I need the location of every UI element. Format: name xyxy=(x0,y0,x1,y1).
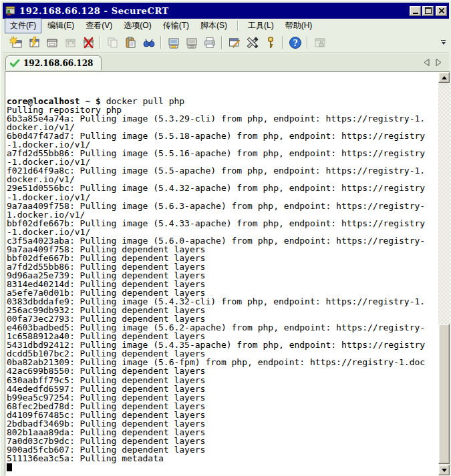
toolbar-separator xyxy=(100,36,101,49)
toolbar-separator xyxy=(282,36,283,49)
toolbar-separator xyxy=(160,36,162,49)
scroll-down-button[interactable] xyxy=(438,465,450,475)
connected-check-icon xyxy=(10,59,20,67)
copy-icon[interactable] xyxy=(104,35,121,51)
terminal-cursor xyxy=(7,463,12,471)
close-icon xyxy=(439,8,444,13)
toolbar-overflow-icon xyxy=(441,40,446,41)
tab-scroll-right-button[interactable] xyxy=(434,57,444,67)
tabbar: 192.168.66.128 xyxy=(3,53,449,71)
menubar: 文件(F) 编辑(E) 查看(V) 选项(O) 传输(T) 脚本(S) 工具(L… xyxy=(3,19,449,33)
terminal-output: core@localhost ~ $ docker pull phpPullin… xyxy=(7,72,437,475)
svg-text:?: ? xyxy=(293,38,297,47)
menu-transfer[interactable]: 传输(T) xyxy=(158,18,194,33)
maximize-icon xyxy=(425,7,432,14)
global-options-icon[interactable] xyxy=(244,35,261,51)
toolbar-separator xyxy=(307,36,308,49)
maximize-button[interactable] xyxy=(422,6,434,16)
key-agent-icon[interactable] xyxy=(262,35,279,51)
session-tab[interactable]: 192.168.66.128 xyxy=(5,55,102,70)
menu-view[interactable]: 查看(V) xyxy=(80,18,118,33)
session-options-icon[interactable] xyxy=(226,35,243,51)
security-status-icon[interactable] xyxy=(311,35,328,51)
new-session-icon[interactable] xyxy=(7,35,24,51)
disconnect-icon[interactable] xyxy=(80,35,96,51)
log-session-icon[interactable] xyxy=(165,35,182,51)
close-button[interactable] xyxy=(436,6,447,16)
toolbar: ? xyxy=(3,33,449,53)
menu-tools[interactable]: 工具(L) xyxy=(243,18,279,33)
menu-file[interactable]: 文件(F) xyxy=(5,18,41,33)
help-icon[interactable]: ? xyxy=(287,35,303,51)
menu-help[interactable]: 帮助(H) xyxy=(280,18,318,33)
reconnect-icon[interactable] xyxy=(61,35,78,51)
scrollbar-thumb[interactable] xyxy=(438,324,450,464)
connect-icon[interactable] xyxy=(43,35,60,51)
print-icon[interactable] xyxy=(201,35,218,51)
titlebar: 192.168.66.128 - SecureCRT xyxy=(3,3,449,19)
app-icon xyxy=(5,5,17,17)
scroll-down-icon xyxy=(442,469,447,472)
scroll-up-button[interactable] xyxy=(438,72,450,83)
toolbar-overflow-button[interactable] xyxy=(440,37,447,47)
scroll-up-icon xyxy=(442,76,447,79)
menu-script[interactable]: 脚本(S) xyxy=(195,18,233,33)
vertical-scrollbar[interactable] xyxy=(438,72,450,475)
window-title: 192.168.66.128 - SecureCRT xyxy=(19,6,408,16)
scrollbar-track[interactable] xyxy=(438,83,450,465)
raw-log-icon[interactable] xyxy=(183,35,200,51)
paste-icon[interactable] xyxy=(122,35,139,51)
menu-options[interactable]: 选项(O) xyxy=(118,18,156,33)
securecrt-window: 192.168.66.128 - SecureCRT 文件(F) 编辑(E) 查… xyxy=(0,0,451,476)
minimize-button[interactable] xyxy=(410,6,421,16)
find-icon[interactable] xyxy=(140,35,157,51)
menu-separator xyxy=(237,21,239,31)
toolbar-separator xyxy=(221,36,222,49)
session-tab-label: 192.168.66.128 xyxy=(23,59,93,68)
tab-scroll-left-button[interactable] xyxy=(422,57,432,67)
terminal[interactable]: core@localhost ~ $ docker pull phpPullin… xyxy=(5,71,450,476)
minimize-icon xyxy=(413,13,418,14)
quick-connect-icon[interactable] xyxy=(25,35,42,51)
menu-edit[interactable]: 编辑(E) xyxy=(42,18,80,33)
